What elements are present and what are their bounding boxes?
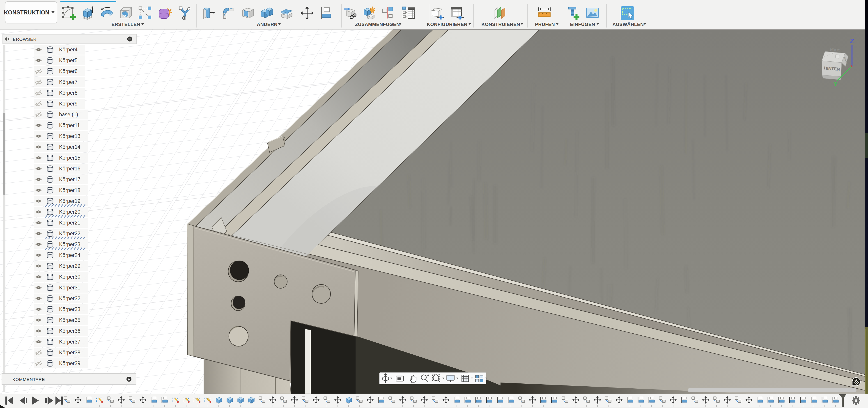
svg-text:ÄNDERN: ÄNDERN — [257, 22, 278, 27]
svg-text:Körper21: Körper21 — [59, 220, 81, 226]
svg-text:KONSTRUKTION: KONSTRUKTION — [4, 9, 49, 15]
svg-text:Körper30: Körper30 — [59, 274, 81, 280]
svg-text:Körper20: Körper20 — [59, 209, 81, 215]
svg-text:Körper9: Körper9 — [59, 101, 78, 106]
svg-text:Körper37: Körper37 — [59, 339, 81, 345]
svg-text:PRÜFEN: PRÜFEN — [535, 22, 555, 27]
svg-text:Körper32: Körper32 — [59, 295, 81, 302]
svg-text:Körper4: Körper4 — [59, 46, 78, 53]
svg-text:Körper16: Körper16 — [59, 166, 81, 171]
svg-text:base (1): base (1) — [59, 112, 78, 118]
svg-text:Körper11: Körper11 — [59, 122, 80, 128]
svg-text:Z: Z — [850, 37, 854, 44]
svg-text:Körper7: Körper7 — [59, 79, 78, 85]
svg-text:Körper15: Körper15 — [59, 155, 81, 161]
svg-text:Körper33: Körper33 — [59, 306, 81, 312]
svg-text:Körper29: Körper29 — [59, 263, 81, 269]
svg-text:Körper36: Körper36 — [59, 328, 81, 334]
svg-text:Körper24: Körper24 — [59, 252, 81, 258]
svg-text:KONFIGURIEREN: KONFIGURIEREN — [427, 22, 467, 27]
svg-text:Körper6: Körper6 — [59, 68, 78, 74]
svg-text:Körper31: Körper31 — [59, 285, 81, 290]
svg-text:Körper38: Körper38 — [59, 350, 81, 355]
svg-text:EINFÜGEN: EINFÜGEN — [570, 22, 595, 27]
svg-text:AUSWÄHLEN: AUSWÄHLEN — [612, 22, 644, 27]
svg-text:KOMMENTARE: KOMMENTARE — [12, 377, 45, 382]
svg-text:Körper39: Körper39 — [59, 360, 81, 366]
svg-text:Körper35: Körper35 — [59, 317, 81, 323]
svg-text:Körper23: Körper23 — [59, 242, 81, 247]
svg-text:KONSTRUIEREN: KONSTRUIEREN — [482, 22, 520, 27]
svg-text:Körper14: Körper14 — [59, 144, 81, 150]
svg-text:Körper19: Körper19 — [59, 198, 81, 204]
svg-text:Körper13: Körper13 — [59, 133, 81, 139]
svg-text:Körper18: Körper18 — [59, 187, 81, 193]
svg-text:Körper8: Körper8 — [59, 90, 78, 96]
svg-text:BROWSER: BROWSER — [13, 37, 36, 42]
svg-text:Körper22: Körper22 — [59, 230, 81, 237]
svg-text:Körper17: Körper17 — [59, 177, 81, 182]
svg-text:Y: Y — [834, 81, 837, 88]
svg-text:ZUSAMMENFÜGEN: ZUSAMMENFÜGEN — [355, 22, 400, 27]
svg-text:Körper5: Körper5 — [59, 58, 78, 63]
svg-text:ERSTELLEN: ERSTELLEN — [112, 22, 140, 27]
